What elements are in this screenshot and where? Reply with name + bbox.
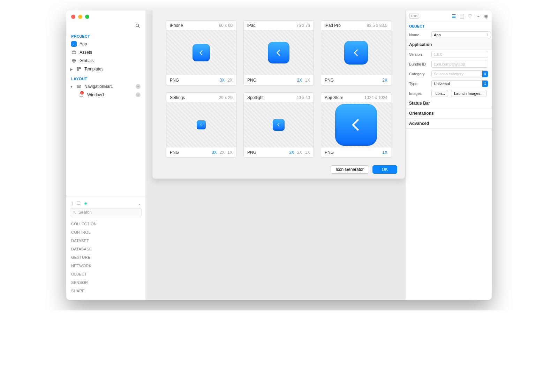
add-button[interactable]: +: [136, 92, 141, 97]
library-category-network[interactable]: NETWORK: [70, 262, 142, 270]
library-category-collection[interactable]: COLLECTION: [70, 220, 142, 228]
launch-images-button[interactable]: Launch Images...: [451, 90, 487, 97]
inspector-tabs: ☰ ⬚ ♡ ⫘ ◉: [452, 13, 488, 19]
assets-icon: [71, 50, 77, 55]
preview-icon: [273, 119, 285, 131]
scale-3x[interactable]: 3X: [220, 78, 225, 83]
scale-2x[interactable]: 2X: [297, 78, 302, 83]
library-category-gesture[interactable]: GESTURE: [70, 253, 142, 262]
application-header: Application: [406, 40, 492, 50]
icon-card-ipad[interactable]: iPad 76 x 76 PNG 2X1X: [243, 20, 314, 85]
icon-card-ipad-pro[interactable]: iPad Pro 83.5 x 83.5 PNG 2X: [321, 20, 391, 85]
library-category-control[interactable]: CONTROL: [70, 228, 142, 236]
error-badge: 1: [80, 91, 84, 95]
icon-generator-button[interactable]: Icon Generator: [331, 165, 369, 174]
tab-list-icon[interactable]: ☰: [76, 201, 81, 206]
sidebar-item-label: Globals: [80, 58, 94, 63]
scale-1x[interactable]: 1X: [382, 150, 387, 155]
svg-point-11: [73, 211, 75, 213]
card-title: iPhone: [170, 23, 183, 28]
icon-card-app-store[interactable]: App Store 1024 x 1024 PNG 1X: [321, 92, 391, 158]
tab-eye-icon[interactable]: ◉: [484, 13, 488, 19]
svg-line-1: [138, 27, 140, 28]
name-label: Name: [409, 33, 429, 37]
disclosure-open-icon: ▼: [70, 85, 73, 89]
category-select[interactable]: Select a category ▲▼: [431, 70, 488, 77]
card-title: Spotlight: [247, 95, 264, 100]
chevron-down-icon[interactable]: ⌄: [138, 201, 141, 206]
library-category-dataset[interactable]: DATASET: [70, 236, 142, 245]
app-icon: ‹: [71, 41, 77, 47]
scale-1x[interactable]: 1X: [305, 78, 310, 83]
scale-3x[interactable]: 3X: [289, 150, 294, 155]
card-dimensions: 1024 x 1024: [364, 95, 387, 100]
svg-rect-6: [77, 69, 78, 71]
sidebar-item-navigationbar1[interactable]: ▼ NavigationBar1 +: [66, 82, 145, 91]
card-format: PNG: [170, 78, 179, 83]
scale-2x[interactable]: 2X: [220, 150, 225, 155]
tab-link-icon[interactable]: ⫘: [476, 13, 481, 19]
library-category-shape[interactable]: SHAPE: [70, 287, 142, 295]
icon-card-spotlight[interactable]: Spotlight 40 x 40 PNG 3X2X1X: [243, 92, 314, 158]
sidebar-item-window1[interactable]: 1 Window1 +: [66, 91, 145, 99]
bundle-id-field[interactable]: [431, 61, 488, 68]
version-field[interactable]: [431, 51, 488, 58]
sidebar-item-templates[interactable]: ▶ Templates: [66, 65, 145, 73]
card-format: PNG: [170, 150, 179, 155]
icon-card-settings[interactable]: Settings 29 x 29 PNG 3X2X1X: [166, 92, 236, 158]
zoom-window-button[interactable]: [85, 15, 89, 19]
scale-3x[interactable]: 3X: [212, 150, 217, 155]
stepper-icon: ▲▼: [482, 81, 488, 87]
tab-shield-icon[interactable]: ♡: [468, 13, 472, 19]
name-field[interactable]: [431, 31, 491, 38]
card-format: PNG: [247, 78, 256, 83]
version-label: Version: [409, 52, 429, 56]
library-category-database[interactable]: DATABASE: [70, 245, 142, 253]
card-format: PNG: [325, 78, 334, 83]
card-dimensions: 60 x 60: [219, 23, 233, 28]
traffic-lights: [71, 15, 89, 19]
minimize-window-button[interactable]: [78, 15, 82, 19]
sidebar-search-button[interactable]: [66, 23, 145, 31]
scale-2x[interactable]: 2X: [297, 150, 302, 155]
tab-attributes-icon[interactable]: ☰: [452, 13, 456, 19]
tab-phone-icon[interactable]: ▯: [70, 201, 73, 206]
category-placeholder: Select a category: [434, 72, 463, 76]
library-category-sensor[interactable]: SENSOR: [70, 278, 142, 287]
disclosure-icon: ▶: [70, 67, 73, 71]
log-button[interactable]: LOG: [409, 14, 419, 18]
ok-button[interactable]: OK: [372, 165, 397, 174]
tab-box-icon[interactable]: ◈: [84, 201, 88, 206]
templates-icon: [76, 66, 82, 72]
card-title: iPad: [247, 23, 256, 28]
inspector-section-orientations[interactable]: Orientations: [406, 108, 492, 119]
icon-button[interactable]: Icon...: [431, 90, 448, 97]
scale-1x[interactable]: 1X: [305, 150, 310, 155]
sidebar-item-assets[interactable]: Assets: [66, 48, 145, 56]
library-category-object[interactable]: OBJECT: [70, 270, 142, 278]
scale-1x[interactable]: 1X: [227, 150, 233, 155]
sidebar-item-globals[interactable]: Globals: [66, 56, 145, 65]
library-search-input[interactable]: Search: [70, 209, 142, 216]
scale-2x[interactable]: 2X: [382, 78, 387, 83]
preview-icon: [193, 44, 210, 61]
preview-icon: [344, 41, 368, 65]
inspector-section-advanced[interactable]: Advanced: [406, 119, 492, 129]
tab-geometry-icon[interactable]: ⬚: [460, 13, 464, 19]
category-label: Category: [409, 72, 429, 76]
sidebar-bottom-tabs: ▯ ☰ ◈ ⌄: [70, 199, 142, 209]
scale-2x[interactable]: 2X: [227, 78, 233, 83]
type-select[interactable]: Universal ▲▼: [431, 80, 488, 87]
sidebar-item-app[interactable]: ‹ App: [66, 40, 145, 48]
icon-card-iphone[interactable]: iPhone 60 x 60 PNG 3X2X: [166, 20, 236, 85]
navbar-icon: [76, 84, 82, 89]
card-title: iPad Pro: [325, 23, 341, 28]
add-button[interactable]: +: [136, 84, 141, 89]
close-window-button[interactable]: [71, 15, 75, 19]
sidebar-item-label: Window1: [87, 92, 104, 97]
card-format: PNG: [325, 150, 334, 155]
card-dimensions: 29 x 29: [219, 95, 233, 100]
app-window: PROJECT ‹ App Assets Globals ▶ Templates…: [66, 10, 492, 300]
preview-icon: [335, 104, 377, 146]
inspector-section-status-bar[interactable]: Status Bar: [406, 98, 492, 108]
